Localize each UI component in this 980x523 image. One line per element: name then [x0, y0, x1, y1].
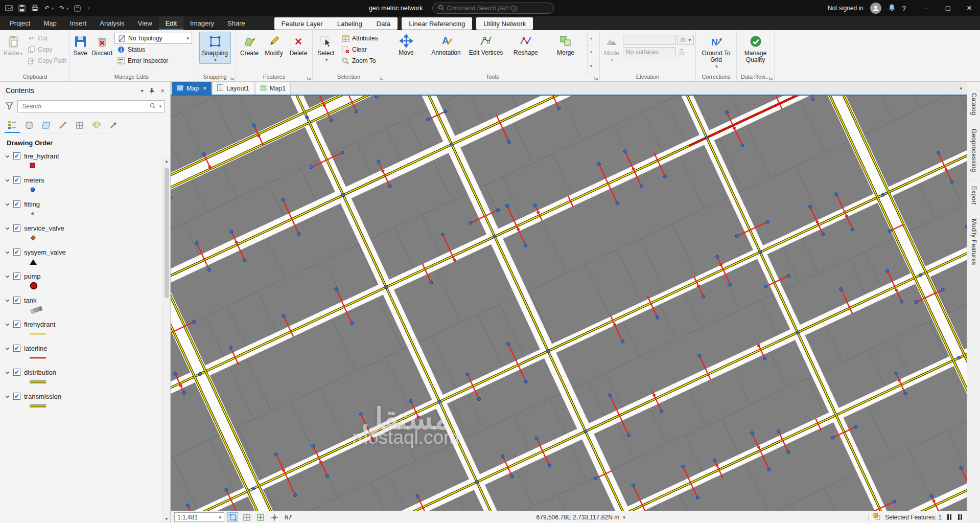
layer-symbol[interactable] [29, 209, 161, 218]
layer-symbol[interactable] [29, 257, 161, 266]
map-notes-toggle-icon[interactable] [255, 512, 266, 522]
layer-expand-icon[interactable] [5, 178, 10, 183]
layer-checkbox[interactable] [13, 152, 20, 160]
layer-expand-icon[interactable] [5, 370, 10, 375]
ribbon-tab-view[interactable]: View [131, 16, 159, 30]
layer-symbol[interactable] [29, 353, 161, 362]
layer-expand-icon[interactable] [5, 298, 10, 303]
map-drawing[interactable] [171, 96, 967, 511]
ribbon-tab-linear-referencing[interactable]: Linear Referencing [402, 17, 472, 30]
layer-row[interactable]: firehydrant [5, 319, 161, 329]
contents-search-input[interactable] [17, 100, 165, 112]
layer-row[interactable]: laterline [5, 343, 161, 353]
search-icon[interactable] [150, 103, 156, 110]
layer-expand-icon[interactable] [5, 346, 10, 351]
tab-selection[interactable] [38, 117, 54, 133]
chevron-down-icon[interactable]: ▾ [66, 6, 68, 11]
minimize-button[interactable]: – [916, 0, 937, 16]
layer-symbol[interactable] [29, 185, 161, 194]
tab-list-chevron-icon[interactable]: ▾ [955, 82, 967, 95]
tab-labeling[interactable] [89, 117, 104, 133]
paste-button[interactable]: Paste▾ [3, 32, 24, 58]
undo-button[interactable]: ↶▾ [44, 5, 54, 12]
layer-expand-icon[interactable] [5, 250, 10, 255]
gallery-scroll-up-icon[interactable]: ▴ [588, 32, 595, 46]
close-button[interactable]: × [959, 0, 980, 16]
layer-expand-icon[interactable] [5, 202, 10, 207]
crosshair-icon[interactable] [269, 512, 279, 522]
command-search[interactable] [432, 3, 554, 14]
layer-row[interactable]: tank [5, 295, 161, 305]
zoom-to-button[interactable]: Zoom To [339, 55, 381, 66]
layer-expand-icon[interactable] [5, 322, 10, 327]
layer-row[interactable]: meters [5, 175, 161, 185]
help-icon[interactable]: ? [902, 5, 906, 12]
signin-status[interactable]: Not signed in [828, 5, 864, 12]
pause-updates-icon[interactable] [957, 514, 963, 520]
layer-symbol[interactable] [29, 401, 161, 411]
layer-row[interactable]: pump [5, 271, 161, 281]
layer-checkbox[interactable] [13, 176, 20, 184]
layer-symbol[interactable] [29, 305, 161, 314]
close-tab-icon[interactable]: × [203, 85, 206, 92]
ribbon-tab-map[interactable]: Map [37, 16, 63, 30]
gallery-expand-icon[interactable]: ▼ [588, 59, 595, 73]
tab-charts[interactable] [106, 117, 121, 133]
layer-checkbox[interactable] [13, 224, 20, 232]
cut-button[interactable]: ✂Cut [25, 33, 69, 44]
contents-search[interactable]: ▾ [17, 100, 165, 112]
scale-dropdown[interactable]: 1:1,481 ▾ [174, 512, 224, 522]
tab-drawing-order[interactable] [5, 117, 20, 133]
snapping-dialog-launcher-icon[interactable] [230, 76, 235, 80]
copy-path-button[interactable]: Copy Path [25, 55, 69, 66]
ribbon-tab-insert[interactable]: Insert [63, 16, 94, 30]
merge-tool[interactable]: Merge [546, 32, 585, 73]
view-tab-map1[interactable]: Map1 [255, 82, 291, 95]
snapping-button[interactable]: Snapping ▾ [199, 32, 231, 64]
layer-checkbox[interactable] [13, 272, 20, 280]
layer-symbol[interactable] [29, 329, 161, 338]
attributes-button[interactable]: Attributes [339, 33, 381, 44]
search-options-chevron-icon[interactable]: ▾ [159, 104, 161, 109]
select-button[interactable]: Select ▾ [314, 32, 338, 64]
layer-checkbox[interactable] [13, 321, 20, 328]
north-arrow-icon[interactable]: N [283, 512, 293, 522]
features-dialog-launcher-icon[interactable] [307, 76, 311, 80]
notifications-bell-icon[interactable] [888, 4, 896, 13]
selection-dialog-launcher-icon[interactable] [380, 76, 384, 80]
data-review-dialog-launcher-icon[interactable] [769, 76, 773, 80]
layer-row[interactable]: fitting [5, 199, 161, 209]
ribbon-tab-analysis[interactable]: Analysis [93, 16, 131, 30]
layer-symbol[interactable] [29, 281, 161, 290]
redo-button[interactable]: ↷▾ [59, 5, 68, 12]
edit-vertices-tool[interactable]: Edit Vertices [466, 32, 505, 73]
annotation-tool[interactable]: A Annotation [427, 32, 465, 73]
command-search-input[interactable] [447, 5, 548, 12]
layer-expand-icon[interactable] [5, 154, 10, 158]
status-button[interactable]: Status [114, 44, 192, 55]
map-canvas[interactable]: مستقل mostaql.com [171, 96, 967, 511]
modify-features-button[interactable]: Modify [262, 32, 286, 57]
scroll-down-icon[interactable]: ▼ [163, 515, 170, 523]
ribbon-tab-imagery[interactable]: Imagery [183, 16, 221, 30]
layer-row[interactable]: sysyem_valve [5, 247, 161, 257]
ribbon-tab-data[interactable]: Data [369, 17, 398, 30]
move-tool[interactable]: Move [387, 32, 426, 73]
layer-checkbox[interactable] [13, 393, 20, 400]
layer-checkbox[interactable] [13, 297, 20, 304]
layer-symbol[interactable] [29, 233, 161, 242]
manage-quality-button[interactable]: Manage Quality [740, 32, 771, 64]
layer-expand-icon[interactable] [5, 226, 10, 231]
layer-row[interactable]: transmission [5, 391, 161, 401]
ribbon-tab-edit[interactable]: Edit [159, 16, 183, 30]
print-icon[interactable] [31, 5, 39, 12]
chevron-down-icon[interactable]: ▾ [52, 6, 54, 11]
view-tab-layout1[interactable]: Layout1 [212, 82, 254, 95]
filter-icon[interactable] [6, 102, 13, 111]
layer-row[interactable]: service_valve [5, 223, 161, 233]
dock-tab-catalog[interactable]: Catalog [970, 88, 977, 120]
gallery-scroll-down-icon[interactable]: ▾ [588, 46, 595, 59]
layer-checkbox[interactable] [13, 248, 20, 256]
pause-drawing-icon[interactable] [946, 514, 952, 520]
grid-toggle-icon[interactable] [241, 512, 252, 522]
